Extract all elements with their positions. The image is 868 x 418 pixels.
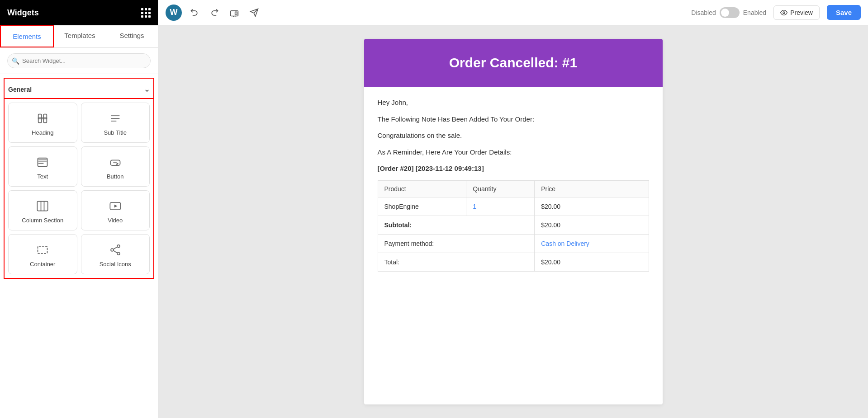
svg-line-18 bbox=[114, 247, 117, 249]
tab-templates[interactable]: Templates bbox=[54, 25, 106, 47]
widget-button[interactable]: Button bbox=[81, 146, 150, 187]
svg-rect-21 bbox=[235, 12, 237, 15]
email-greeting: Hey John, bbox=[378, 98, 649, 108]
email-line2: Congratulations on the sale. bbox=[378, 131, 649, 141]
sidebar: Widgets Elements Templates Settings 🔍 Ge… bbox=[0, 0, 158, 418]
svg-rect-0 bbox=[38, 114, 42, 123]
subtotal-value: $20.00 bbox=[535, 216, 649, 234]
svg-point-24 bbox=[783, 12, 785, 14]
cell-product: ShopEngine bbox=[378, 197, 466, 216]
search-wrapper: 🔍 bbox=[7, 53, 151, 68]
order-table: Product Quantity Price ShopEngine 1 $20.… bbox=[378, 180, 649, 272]
payment-label: Payment method: bbox=[378, 234, 535, 253]
topbar-right: Disabled Enabled Preview Save bbox=[691, 5, 861, 20]
svg-rect-2 bbox=[38, 118, 47, 119]
toggle-group: Disabled Enabled bbox=[691, 7, 766, 18]
disabled-label: Disabled bbox=[691, 9, 716, 16]
enable-toggle[interactable] bbox=[720, 7, 740, 18]
order-title: [Order #20] [2023-11-12 09:49:13] bbox=[378, 164, 649, 174]
sidebar-header: Widgets bbox=[0, 0, 158, 25]
svg-point-16 bbox=[111, 249, 114, 251]
main-area: W bbox=[158, 0, 868, 418]
subtotal-label: Subtotal: bbox=[378, 216, 535, 234]
widget-video-label: Video bbox=[108, 217, 123, 224]
search-area: 🔍 bbox=[0, 48, 158, 74]
general-section-label: General bbox=[8, 86, 32, 93]
widget-heading-label: Heading bbox=[32, 129, 53, 136]
undo-button[interactable] bbox=[187, 5, 202, 20]
svg-marker-13 bbox=[114, 205, 117, 208]
widget-text[interactable]: Text bbox=[8, 146, 77, 187]
enabled-label: Enabled bbox=[743, 9, 766, 16]
search-icon: 🔍 bbox=[12, 57, 19, 65]
col-quantity: Quantity bbox=[466, 180, 535, 197]
wordpress-icon[interactable]: W bbox=[166, 5, 182, 21]
button-icon bbox=[109, 156, 122, 169]
widget-column-section[interactable]: Column Section bbox=[8, 190, 77, 230]
widget-subtitle[interactable]: Sub Title bbox=[81, 103, 150, 143]
subtotal-row: Subtotal: $20.00 bbox=[378, 216, 649, 234]
table-header-row: Product Quantity Price bbox=[378, 180, 649, 197]
email-line3: As A Reminder, Here Are Your Order Detai… bbox=[378, 147, 649, 158]
cell-price: $20.00 bbox=[535, 197, 649, 216]
total-label: Total: bbox=[378, 253, 535, 271]
svg-rect-14 bbox=[38, 246, 47, 254]
preview-label: Preview bbox=[790, 9, 813, 16]
widget-button-label: Button bbox=[107, 173, 124, 180]
grid-menu-icon[interactable] bbox=[141, 8, 151, 18]
total-value: $20.00 bbox=[535, 253, 649, 271]
widget-heading[interactable]: Heading bbox=[8, 103, 77, 143]
widget-video[interactable]: Video bbox=[81, 190, 150, 230]
preview-button[interactable]: Preview bbox=[773, 5, 820, 20]
chevron-down-icon[interactable]: ⌄ bbox=[144, 85, 150, 94]
email-preview: Order Cancelled: #1 Hey John, The Follow… bbox=[364, 39, 663, 404]
general-section-header: General ⌄ bbox=[4, 78, 154, 99]
send-button[interactable] bbox=[247, 5, 261, 20]
svg-rect-1 bbox=[44, 114, 47, 123]
tab-elements[interactable]: Elements bbox=[0, 25, 54, 47]
column-section-icon bbox=[36, 200, 49, 212]
email-header-title: Order Cancelled: #1 bbox=[378, 55, 649, 70]
container-icon bbox=[36, 244, 49, 256]
save-button[interactable]: Save bbox=[827, 5, 861, 20]
svg-line-19 bbox=[114, 250, 117, 253]
widgets-area: General ⌄ Heading Sub Title bbox=[0, 74, 158, 418]
widgets-grid: Heading Sub Title Text bbox=[4, 98, 154, 279]
col-product: Product bbox=[378, 180, 466, 197]
eye-icon bbox=[780, 9, 787, 16]
widget-container[interactable]: Container bbox=[8, 234, 77, 274]
widget-social-icons[interactable]: Social Icons bbox=[81, 234, 150, 274]
widget-social-label: Social Icons bbox=[100, 261, 131, 268]
responsive-button[interactable] bbox=[227, 5, 242, 20]
topbar-left: W bbox=[166, 5, 261, 21]
payment-row: Payment method: Cash on Delivery bbox=[378, 234, 649, 253]
social-icons-icon bbox=[109, 244, 122, 256]
email-line1: The Following Note Has Been Added To You… bbox=[378, 114, 649, 125]
sidebar-tabs: Elements Templates Settings bbox=[0, 25, 158, 48]
topbar: W bbox=[158, 0, 868, 25]
tab-settings[interactable]: Settings bbox=[106, 25, 158, 47]
cell-quantity: 1 bbox=[466, 197, 535, 216]
col-price: Price bbox=[535, 180, 649, 197]
widget-container-label: Container bbox=[30, 261, 55, 268]
video-icon bbox=[109, 200, 122, 212]
widget-text-label: Text bbox=[37, 173, 48, 180]
heading-icon bbox=[36, 112, 49, 125]
widget-subtitle-label: Sub Title bbox=[104, 129, 127, 136]
email-header: Order Cancelled: #1 bbox=[364, 39, 663, 87]
payment-value: Cash on Delivery bbox=[535, 234, 649, 253]
svg-point-17 bbox=[117, 252, 120, 255]
subtitle-icon bbox=[109, 112, 122, 125]
widget-column-label: Column Section bbox=[22, 217, 63, 224]
redo-button[interactable] bbox=[207, 5, 222, 20]
table-row: ShopEngine 1 $20.00 bbox=[378, 197, 649, 216]
svg-point-15 bbox=[117, 245, 120, 248]
email-body: Hey John, The Following Note Has Been Ad… bbox=[364, 87, 663, 282]
sidebar-title: Widgets bbox=[7, 8, 39, 18]
search-input[interactable] bbox=[7, 53, 151, 68]
canvas-area: Order Cancelled: #1 Hey John, The Follow… bbox=[158, 25, 868, 418]
svg-rect-9 bbox=[38, 202, 48, 211]
text-icon bbox=[36, 156, 49, 169]
total-row: Total: $20.00 bbox=[378, 253, 649, 271]
